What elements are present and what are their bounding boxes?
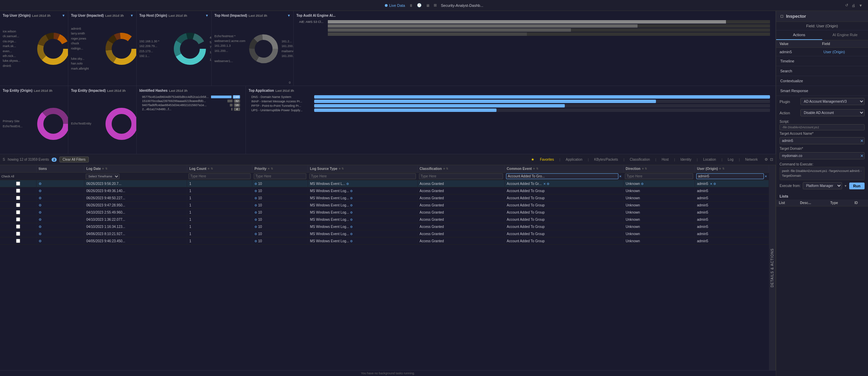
row-logsource-gear-2[interactable]: ⚙ [350, 197, 353, 200]
filter-icon[interactable]: ▼ [859, 3, 863, 8]
grid-icon[interactable]: ⊞ [434, 3, 437, 8]
details-actions-sidebar[interactable]: DETAILS & ACTIONS [769, 165, 776, 370]
row-checkbox-7[interactable] [16, 232, 20, 236]
th-classification[interactable]: Classification ★ ⇅ [417, 165, 504, 173]
direction-gear-0[interactable]: ⚙ [641, 182, 644, 186]
filter-icon-host-impacted[interactable]: ▼ [287, 14, 291, 17]
direction-filter-input[interactable] [625, 173, 693, 179]
userorigin-filter-input[interactable] [696, 173, 764, 179]
th-userorigin[interactable]: User (Origin) ★ ⇅ [695, 165, 769, 173]
sort-classification-icon[interactable]: ★ ⇅ [443, 167, 448, 170]
inspector-action-contextualize[interactable]: Contextualize [776, 76, 868, 86]
th-logdate[interactable]: Log Date ★ ⇅ [84, 165, 187, 173]
data-table-wrapper[interactable]: tions Log Date ★ ⇅ [0, 165, 769, 370]
timeframe-select[interactable]: Select Timeframe [86, 174, 120, 179]
inspector-action-select[interactable]: Disable AD Account [800, 109, 865, 116]
row-priority-gear-5[interactable]: ⚙ [254, 218, 257, 221]
row-gear-icon-6[interactable]: ⚙ [39, 225, 42, 229]
monitor-icon[interactable]: 🖥 [426, 3, 430, 8]
row-logsource-gear-5[interactable]: ⚙ [350, 218, 353, 221]
tab-location[interactable]: Location [702, 157, 717, 162]
tab-network[interactable]: Network [744, 157, 759, 162]
row-gear-icon-4[interactable]: ⚙ [39, 211, 42, 214]
tab-application[interactable]: Application [564, 157, 584, 162]
row-logsource-gear-6[interactable]: ⚙ [350, 225, 353, 229]
tab-classification[interactable]: Classification [628, 157, 651, 162]
row-checkbox-1[interactable] [16, 189, 20, 193]
inspector-action-search[interactable]: Search [776, 66, 868, 76]
userorigin-clear-0[interactable]: ✕ [710, 182, 713, 186]
print-icon[interactable]: 🖨 [852, 3, 855, 8]
classification-filter-input[interactable] [419, 173, 503, 179]
commonevent-filter-clear[interactable]: ✕ [619, 175, 622, 178]
commonevent-filter-input[interactable] [506, 173, 618, 179]
inspector-target-domain-clear[interactable]: ✕ [859, 154, 864, 158]
row-gear-icon-7[interactable]: ⚙ [39, 232, 42, 236]
row-checkbox-3[interactable] [16, 203, 20, 207]
inspector-action-timeline[interactable]: Timeline [776, 56, 868, 66]
commonevent-clear-0[interactable]: ✕ [543, 182, 546, 186]
row-checkbox-0[interactable] [16, 182, 20, 186]
row-checkbox-5[interactable] [16, 217, 20, 221]
row-priority-gear-6[interactable]: ⚙ [254, 225, 257, 229]
row-gear-icon-3[interactable]: ⚙ [39, 203, 42, 207]
clear-filters-button[interactable]: Clear All Filters [59, 157, 88, 162]
row-logsource-gear-1[interactable]: ⚙ [350, 189, 353, 193]
sort-logdate-icon[interactable]: ★ ⇅ [102, 167, 107, 170]
row-checkbox-4[interactable] [16, 210, 20, 214]
row-gear-icon-2[interactable]: ⚙ [39, 196, 42, 200]
inspector-target-domain-input[interactable] [780, 153, 859, 159]
inspector-tab-actions[interactable]: Actions [776, 30, 822, 40]
row-logsource-gear-4[interactable]: ⚙ [350, 211, 353, 214]
th-logsource[interactable]: Log Source Type ★ ⇅ [308, 165, 417, 173]
tab-favorites[interactable]: Favorites [538, 157, 555, 162]
filter-icon-user-origin[interactable]: ▼ [62, 14, 65, 17]
row-priority-gear-7[interactable]: ⚙ [254, 232, 257, 236]
row-checkbox-8[interactable] [16, 239, 20, 243]
row-priority-gear-2[interactable]: ⚙ [254, 197, 257, 200]
row-gear-icon-0[interactable]: ⚙ [39, 182, 42, 186]
logsource-filter-input[interactable] [309, 173, 416, 179]
row-priority-gear-3[interactable]: ⚙ [254, 204, 257, 207]
th-direction[interactable]: Direction ★ ⇅ [624, 165, 695, 173]
row-priority-gear-0[interactable]: ⚙ [254, 182, 257, 186]
sort-logsource-icon[interactable]: ★ ⇅ [338, 167, 344, 170]
row-checkbox-6[interactable] [16, 225, 20, 229]
userorigin-gear-0[interactable]: ⚙ [713, 182, 716, 186]
tab-kbytes[interactable]: KBytes/Packets [593, 157, 619, 162]
inspector-execute-select[interactable]: Platform Manager [803, 182, 842, 189]
commonevent-gear-0[interactable]: ⚙ [546, 182, 550, 186]
inspector-plugin-select[interactable]: AD Account ManagementV3 [800, 98, 865, 105]
tab-identity[interactable]: Identity [679, 157, 693, 162]
row-gear-icon-5[interactable]: ⚙ [39, 218, 42, 221]
sort-priority-icon[interactable]: ★ ⇅ [267, 167, 273, 170]
row-gear-icon-8[interactable]: ⚙ [39, 239, 42, 243]
inspector-action-smart-response[interactable]: Smart Response [776, 86, 868, 96]
th-priority[interactable]: Priority ★ ⇅ [252, 165, 308, 173]
tab-host[interactable]: Host [660, 157, 670, 162]
table-expand-icon[interactable]: ⊡ [770, 157, 773, 162]
sort-commonevent-icon[interactable]: ★ ⇅ [533, 167, 538, 170]
sort-logcount-icon[interactable]: ★ ⇅ [207, 167, 213, 170]
filter-icon-user-impacted[interactable]: ▼ [130, 14, 134, 17]
logcount-filter-input[interactable] [188, 173, 251, 179]
check-all-button[interactable]: Check All [1, 175, 14, 178]
row-checkbox-2[interactable] [16, 196, 20, 200]
inspector-run-button[interactable]: Run [849, 183, 865, 189]
inspector-tab-ai-engine[interactable]: AI Engine Rule [822, 30, 868, 40]
clock-icon[interactable]: 🕐 [417, 3, 422, 8]
table-settings-icon[interactable]: ⚙ [765, 157, 768, 162]
row-priority-gear-8[interactable]: ⚙ [254, 240, 257, 243]
sort-userorigin-icon[interactable]: ★ ⇅ [719, 167, 724, 170]
row-logsource-gear-0[interactable]: ⚙ [346, 182, 349, 186]
th-logcount[interactable]: Log Count ★ ⇅ [187, 165, 252, 173]
row-logsource-gear-8[interactable]: ⚙ [350, 240, 353, 243]
row-priority-gear-4[interactable]: ⚙ [254, 211, 257, 214]
sort-direction-icon[interactable]: ★ ⇅ [642, 167, 647, 170]
refresh-icon[interactable]: ↺ [845, 3, 848, 8]
inspector-target-account-clear[interactable]: ✕ [859, 139, 864, 143]
th-commonevent[interactable]: Common Event ★ ⇅ [505, 165, 624, 173]
row-logsource-gear-7[interactable]: ⚙ [350, 232, 353, 236]
live-data-badge[interactable]: Live Data [385, 3, 405, 8]
inspector-target-account-input[interactable] [780, 138, 859, 144]
